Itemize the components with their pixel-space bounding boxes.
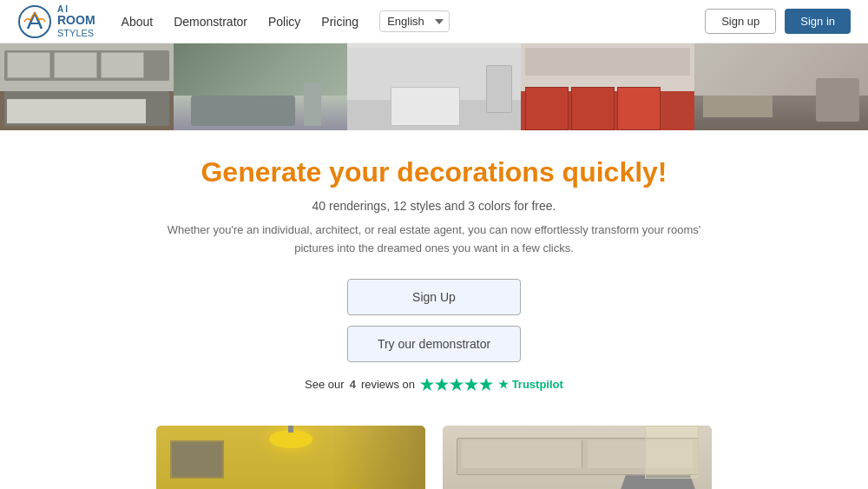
logo-svg — [17, 4, 52, 39]
strip-image-1 — [0, 43, 174, 130]
bottom-image-living-room — [156, 426, 425, 489]
navbar: AI ROOM STYLES About Demonstrator Policy… — [0, 0, 868, 43]
signup-button[interactable]: Sign up — [705, 9, 776, 34]
language-select[interactable]: English French Spanish — [379, 10, 450, 32]
subheadline: 40 renderings, 12 styles and 3 colors fo… — [17, 199, 851, 213]
strip-image-5 — [694, 43, 868, 130]
bottom-image-modern-kitchen — [443, 426, 712, 489]
trustpilot-prefix: See our — [305, 378, 345, 391]
strip-image-2 — [174, 43, 347, 130]
headline: Generate your decorations quickly! — [17, 156, 851, 188]
bottom-images — [0, 408, 868, 489]
nav-links: About Demonstrator Policy Pricing Englis… — [122, 10, 706, 32]
strip-image-4 — [521, 43, 694, 130]
trustpilot-brand: ★ Trustpilot — [498, 378, 563, 391]
svg-marker-1 — [420, 378, 434, 391]
hero-section: Generate your decorations quickly! 40 re… — [0, 130, 868, 408]
cta-buttons: Sign Up Try our demonstrator — [17, 279, 851, 362]
svg-marker-4 — [464, 378, 478, 391]
svg-marker-3 — [450, 378, 464, 391]
svg-point-0 — [19, 6, 50, 37]
cta-demo-button[interactable]: Try our demonstrator — [347, 326, 521, 362]
description: Whether you're an individual, architect,… — [165, 221, 703, 258]
nav-demonstrator[interactable]: Demonstrator — [174, 15, 247, 29]
image-strip — [0, 43, 868, 130]
logo-text: AI ROOM STYLES — [57, 4, 95, 37]
svg-marker-5 — [479, 378, 493, 391]
trustpilot-stars — [420, 378, 493, 391]
signin-button[interactable]: Sign in — [785, 9, 851, 34]
nav-policy[interactable]: Policy — [268, 15, 300, 29]
trustpilot-count: 4 — [350, 378, 356, 391]
svg-marker-2 — [435, 378, 449, 391]
nav-auth: Sign up Sign in — [705, 9, 851, 34]
logo-link[interactable]: AI ROOM STYLES — [17, 4, 95, 39]
logo-styles: STYLES — [57, 28, 95, 38]
trustpilot-row: See our 4 reviews on ★ Trustpilot — [17, 378, 851, 391]
trustpilot-middle: reviews on — [361, 378, 415, 391]
nav-about[interactable]: About — [122, 15, 154, 29]
logo-room: ROOM — [57, 14, 95, 27]
strip-image-3 — [347, 43, 521, 130]
nav-pricing[interactable]: Pricing — [321, 15, 358, 29]
cta-signup-button[interactable]: Sign Up — [347, 279, 521, 315]
